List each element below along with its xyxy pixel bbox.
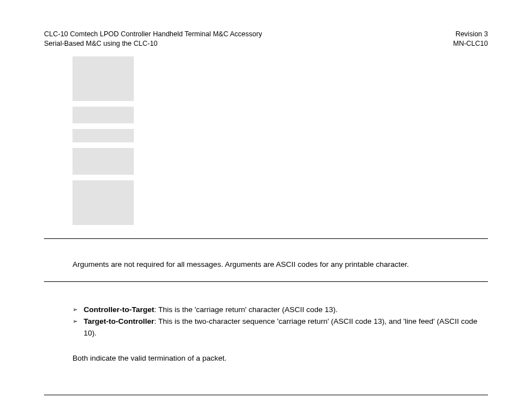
bullet-list: ➢ Controller-to-Target: This is the 'car… (72, 304, 488, 339)
grey-box-column (72, 56, 488, 225)
divider (44, 281, 488, 282)
header-docnum: MN-CLC10 (453, 39, 488, 49)
placeholder-box (72, 180, 134, 225)
placeholder-box (72, 148, 134, 175)
arguments-paragraph: Arguments are not required for all messa… (72, 259, 482, 270)
header-right: Revision 3 MN-CLC10 (453, 30, 488, 49)
followup-paragraph: Both indicate the valid termination of a… (72, 354, 488, 362)
header-left: CLC-10 Comtech LPOD Controller Handheld … (44, 30, 262, 49)
placeholder-box (72, 129, 134, 142)
bullet-text: : This is the 'carriage return' characte… (154, 305, 338, 314)
header-subtitle: Serial-Based M&C using the CLC-10 (44, 39, 262, 49)
chevron-right-icon: ➢ (72, 304, 79, 315)
bullet-label: Target-to-Controller (84, 317, 154, 325)
placeholder-box (72, 107, 134, 123)
divider (44, 238, 488, 239)
chevron-right-icon: ➢ (72, 316, 79, 327)
divider (44, 395, 488, 395)
header-revision: Revision 3 (453, 30, 488, 39)
list-item: ➢ Controller-to-Target: This is the 'car… (72, 304, 488, 316)
page-header: CLC-10 Comtech LPOD Controller Handheld … (44, 30, 488, 49)
bullet-label: Controller-to-Target (84, 305, 154, 314)
list-item: ➢ Target-to-Controller: This is the two-… (72, 316, 488, 339)
header-title: CLC-10 Comtech LPOD Controller Handheld … (44, 30, 262, 39)
placeholder-box (72, 56, 134, 101)
